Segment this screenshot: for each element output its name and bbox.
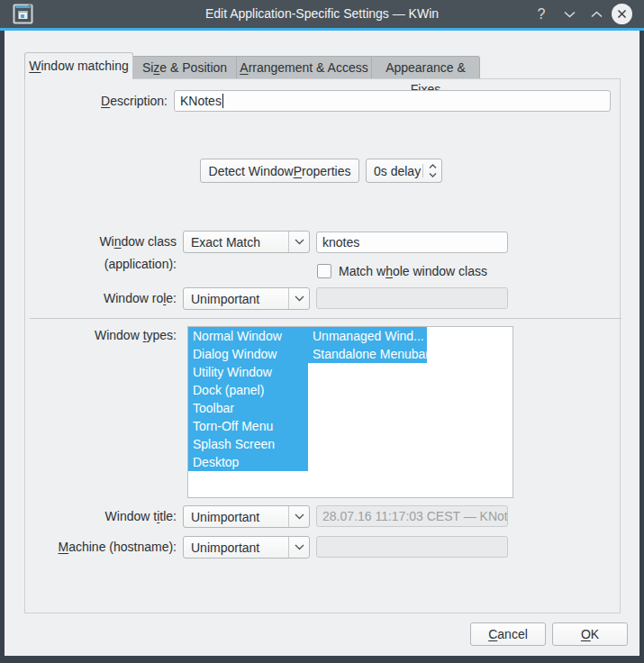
match-whole-window-class-label[interactable]: Match whole window class [339,261,487,281]
chevron-down-icon [288,232,309,252]
help-button[interactable]: ? [531,0,551,28]
window-type-item[interactable]: Utility Window [188,363,308,381]
window-title-match-combo[interactable]: Unimportant [183,505,310,528]
window-type-item[interactable]: Standalone Menubar [308,345,427,363]
window-class-value: knotes [322,235,359,250]
dialog-content: Window matching Size & Position Arrangem… [5,31,639,656]
window-type-item[interactable]: Splash Screen [188,435,308,453]
close-icon [612,4,632,24]
window-title-input: 28.07.16 11:17:03 CEST — KNotes [316,505,508,527]
chevron-down-icon [288,537,309,558]
description-label: Description: [30,90,168,112]
spin-down-icon [429,172,437,177]
machine-match-combo[interactable]: Unimportant [183,536,310,559]
window-types-list[interactable]: Normal Window Dialog Window Utility Wind… [187,326,513,498]
detect-window-properties-button[interactable]: Detect Window Properties [200,159,359,183]
machine-match-value: Unimportant [184,540,288,555]
window-types-column-1: Normal Window Dialog Window Utility Wind… [188,327,308,471]
ok-button[interactable]: OK [552,622,628,646]
window-title-match-value: Unimportant [184,510,288,524]
window-type-item[interactable]: Unmanaged Wind... [308,327,427,345]
chevron-down-icon [288,506,309,527]
window-class-match-combo[interactable]: Exact Match [183,231,310,253]
window-type-item[interactable]: Normal Window [188,327,308,345]
tab-window-matching[interactable]: Window matching [24,52,133,79]
maximize-icon[interactable] [585,0,607,28]
window-role-label: Window role: [30,287,177,310]
delay-value: 0s delay [367,164,422,178]
tab-appearance-fixes[interactable]: Appearance & Fixes [371,56,480,78]
chevron-down-icon [288,288,309,309]
spin-up-icon [429,164,437,169]
delay-spinbox[interactable]: 0s delay [366,159,442,183]
description-input[interactable]: KNotes [174,90,611,112]
spinbox-arrows[interactable] [422,164,441,177]
tab-size-position[interactable]: Size & Position [133,56,236,78]
minimize-icon[interactable] [558,0,580,28]
kwin-rules-dialog: Edit Application-Specific Settings — KWi… [0,0,644,663]
window-type-item[interactable]: Toolbar [188,399,308,417]
match-whole-window-class-checkbox[interactable] [317,264,331,278]
window-class-label: Window class (application): [30,231,177,253]
text-caret [222,94,223,108]
window-types-label: Window types: [30,326,177,344]
machine-hostname-label: Machine (hostname): [30,536,177,559]
window-title-value: 28.07.16 11:17:03 CEST — KNotes [322,509,508,523]
section-separator [30,318,621,319]
titlebar[interactable]: Edit Application-Specific Settings — KWi… [0,0,644,28]
window-class-input[interactable]: knotes [316,232,508,253]
window-types-column-2: Unmanaged Wind... Standalone Menubar [308,327,427,363]
machine-input [316,536,508,558]
window-type-item[interactable]: Desktop [188,453,308,471]
window-title-label: Window title: [30,505,177,528]
window-role-input [316,287,508,309]
description-value: KNotes [180,94,222,108]
window-role-match-value: Unimportant [184,292,288,306]
window-role-match-combo[interactable]: Unimportant [183,287,310,310]
tab-bar: Size & Position Arrangement & Access App… [133,56,480,78]
cancel-button[interactable]: Cancel [470,622,546,646]
window-type-item[interactable]: Dock (panel) [188,381,308,399]
close-button[interactable] [609,0,634,28]
tab-arrangement-access[interactable]: Arrangement & Access [236,56,371,78]
window-class-match-value: Exact Match [184,235,288,250]
window-type-item[interactable]: Torn-Off Menu [188,417,308,435]
window-type-item[interactable]: Dialog Window [188,345,308,363]
